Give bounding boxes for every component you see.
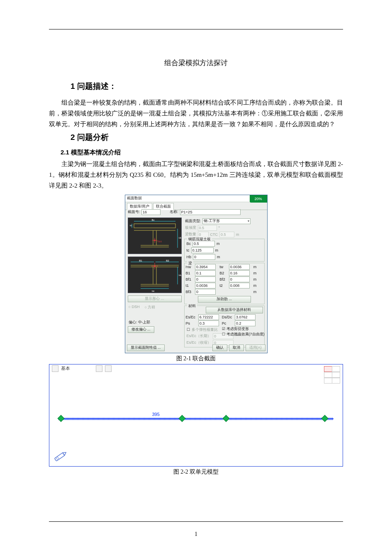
input-hb[interactable]: 0 [193, 254, 215, 260]
input-tc[interactable]: 0.125 [191, 247, 214, 253]
group-beam: 梁 Hw0.3954tw0.0036m B10.1B20.16m Bf10Bf2… [184, 263, 265, 304]
input-hw[interactable]: 0.3954 [195, 264, 216, 270]
svg-text:tw: tw [152, 290, 155, 292]
content-area: 组合梁模拟方法探讨 1 问题描述： 组合梁是一种较复杂的结构，截面通常由两种不同… [49, 58, 343, 476]
svg-text:B1: B1 [139, 259, 142, 262]
input-slab-tilt: 0.5 [198, 225, 217, 231]
dialog-titlebar: 截面数据 [125, 195, 267, 202]
pencil-icon [54, 452, 68, 462]
checkbox-warp[interactable] [222, 332, 226, 336]
cad-preview-beam: B1 B2 Hw tw [128, 257, 182, 293]
beam-dim-label: 395 [152, 412, 159, 417]
input-t2[interactable]: 0.008 [229, 283, 250, 289]
heading-2-model-intro: 2.1 模型基本情况介绍 [61, 149, 343, 156]
input-section-id[interactable]: 16 [141, 209, 161, 215]
cad-label-tc: tc [130, 224, 132, 227]
doc-title: 组合梁模拟方法探讨 [49, 58, 343, 68]
dialog-bottom-row: 显示截面附性值 ... 确认 取消 适用(A) [127, 345, 265, 351]
node-1[interactable] [58, 415, 65, 422]
toolbar-label-basic: 基本 [61, 365, 70, 372]
select-section-type[interactable]: 钢-工字形 [202, 218, 251, 224]
fig22-caption: 图 2-2 双单元模型 [49, 468, 343, 476]
input-section-name[interactable]: P1+2S [180, 209, 241, 215]
group-title-slab: 钢筋混凝土板 [187, 237, 212, 242]
paragraph-problem-description: 组合梁是一种较复杂的结构，截面通常由两种不同材料结合或不同工序结合而成的，亦称为… [49, 98, 343, 130]
page-number: 1 [0, 531, 392, 538]
button-change-offset[interactable]: 修改偏心 ... [128, 326, 154, 333]
label-slab-tilt: 板倾度 [185, 225, 196, 230]
view-cube[interactable] [324, 366, 340, 384]
svg-text:Hw: Hw [179, 274, 181, 276]
input-t1[interactable]: 0.0036 [195, 283, 216, 289]
checkbox-shear[interactable] [222, 327, 226, 331]
input-b2[interactable]: 0.16 [229, 270, 250, 276]
svg-rect-0 [134, 224, 175, 228]
heading-1-problem-analysis: 2 问题分析 [71, 132, 343, 143]
input-bf2[interactable]: 0 [229, 276, 250, 282]
radio-dsh[interactable]: DSH [129, 305, 140, 310]
fig22-toolbar: 基本 [52, 365, 112, 372]
node-3[interactable] [222, 415, 229, 422]
radio-equation[interactable]: 方程 [144, 305, 155, 310]
fig21-caption: 图 2-1 联合截面 [49, 355, 343, 362]
svg-line-31 [57, 457, 59, 460]
cad-label-hb: Hb [179, 237, 181, 239]
row-section-id: 截面号: 16 名称: P1+2S [128, 209, 265, 215]
input-b1[interactable]: 0.1 [195, 270, 216, 276]
tool-icon-basic[interactable] [52, 365, 58, 372]
paragraph-model-intro: 主梁为钢一混凝土组合结构，截面由工字型钢梁和混凝土桥面板结合而成，联合截面尺寸数… [49, 159, 343, 191]
cad-label-cg: Cg.g [157, 240, 162, 242]
cad-preview-slab: Bc tc Hb Cg.g [128, 218, 182, 254]
bottom-rule [49, 521, 343, 522]
label-ctc: CTC [210, 232, 218, 237]
svg-rect-29 [54, 452, 64, 461]
group-title-beam: 梁 [187, 261, 193, 266]
green-tag: 20% [250, 195, 267, 203]
cad-label-bc: Bc [151, 219, 154, 221]
input-tw[interactable]: 0.0036 [229, 264, 250, 270]
node-2[interactable] [178, 415, 185, 422]
heading-1-problem-description: 1 问题描述： [71, 81, 343, 92]
node-4[interactable] [321, 415, 329, 422]
group-title-material: 材料 [187, 303, 197, 309]
left-preview-column: Bc tc Hb Cg.g [128, 218, 181, 313]
button-select-material[interactable]: 从数据库中选择材料 [206, 307, 263, 313]
label-section-id: 截面号: [128, 209, 140, 215]
tool-icon-2[interactable] [96, 365, 102, 372]
top-rule [49, 29, 343, 29]
radio-group-display: DSH 方程 [129, 305, 180, 310]
button-ok[interactable]: 确认 [212, 345, 227, 351]
button-apply: 适用(A) [246, 345, 265, 351]
svg-line-30 [56, 457, 58, 460]
fig21-dialog: 截面数据 20% 数据库/用户 联合截面 截面号: 16 名称: P1+2S [125, 195, 268, 353]
button-show-section-props[interactable]: 显示截面附性值 ... [127, 345, 165, 351]
button-cancel[interactable]: 取消 [229, 345, 244, 351]
label-section-type: 截面类型: [185, 218, 201, 224]
dialog-body: 截面号: 16 名称: P1+2S [127, 208, 265, 345]
tool-icon-3[interactable] [105, 365, 112, 372]
svg-text:B2: B2 [166, 259, 169, 262]
label-align: 偏心: 中-上部 [129, 320, 265, 325]
label-section-name: 名称: [170, 209, 178, 215]
input-bf3[interactable]: 0 [195, 289, 216, 295]
fig22-model-view: 基本 395 [49, 364, 343, 467]
button-strengthen[interactable]: 加劲肋 ... [198, 296, 251, 303]
group-rc-slab: 钢筋混凝土板 Bc0.5m tc0.125m Hb0m [184, 239, 265, 262]
input-bf1[interactable]: 0 [195, 276, 216, 282]
button-display-centroid: 显示形心 ... [128, 296, 182, 302]
input-ctc: 0.5 [219, 232, 234, 237]
